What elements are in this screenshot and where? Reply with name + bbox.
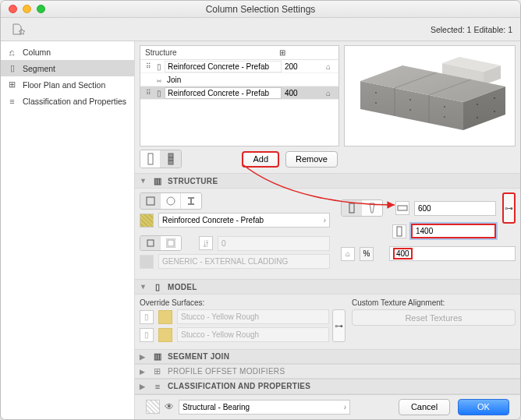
- window-controls: [1, 5, 45, 13]
- sidebar-item-segment[interactable]: ▯ Segment: [1, 60, 134, 76]
- profile-offset-header[interactable]: ▶ ⊞ PROFILE OFFSET MODIFIERS: [135, 364, 520, 379]
- surface2-field: Stucco - Yellow Rough: [177, 327, 329, 342]
- ok-button[interactable]: OK: [458, 399, 509, 415]
- home-icon[interactable]: ⌂: [321, 89, 336, 97]
- sidebar-item-classification[interactable]: ≡ Classification and Properties: [1, 93, 134, 109]
- col-extra[interactable]: ⊞: [279, 48, 318, 57]
- structure-header[interactable]: ▼ ▥ STRUCTURE: [135, 173, 520, 189]
- surface-swatch: [158, 310, 172, 324]
- structure-icon: ▥: [152, 176, 163, 186]
- sidebar-item-column[interactable]: ⎌ Column: [1, 44, 134, 60]
- preview-3d[interactable]: [344, 45, 516, 146]
- depth-field[interactable]: 1400: [411, 224, 496, 238]
- veneer-off-icon[interactable]: [161, 236, 181, 250]
- segment-join-icon: ▥: [152, 351, 163, 362]
- taper-toggle[interactable]: [341, 199, 383, 217]
- segment-join-header[interactable]: ▶ ▥ SEGMENT JOIN: [135, 349, 520, 364]
- cross-section-shape-toggle[interactable]: [140, 192, 202, 210]
- offset-icon[interactable]: ⭿: [199, 236, 213, 250]
- table-row[interactable]: ⠿ ▯ Reinforced Concrete - Prefab 200 ⌂: [140, 60, 338, 73]
- titlebar[interactable]: Column Selection Settings: [1, 1, 520, 18]
- node-icon: ▯: [154, 89, 165, 97]
- sidebar-item-floorplan[interactable]: ⊞ Floor Plan and Section: [1, 76, 134, 93]
- rect-shape-icon[interactable]: [140, 193, 161, 209]
- svg-rect-27: [168, 240, 174, 246]
- cancel-button[interactable]: Cancel: [399, 399, 450, 415]
- circle-shape-icon[interactable]: [161, 193, 181, 209]
- svg-point-11: [375, 102, 377, 104]
- svg-rect-20: [148, 154, 153, 164]
- profile-offset-icon: ⊞: [152, 366, 163, 376]
- model-header[interactable]: ▼ ▯ MODEL: [135, 279, 520, 295]
- chevron-right-icon: ›: [324, 216, 326, 224]
- tapered-icon[interactable]: [362, 200, 382, 216]
- classification-icon: ≡: [152, 382, 163, 391]
- override-surfaces-label: Override Surfaces:: [140, 298, 346, 307]
- remove-button[interactable]: Remove: [285, 151, 338, 168]
- segment-icon: ▯: [7, 63, 17, 73]
- svg-point-17: [477, 117, 478, 118]
- disclosure-right-icon: ▶: [140, 383, 147, 390]
- straight-icon[interactable]: [342, 200, 362, 216]
- sidebar-item-label: Floor Plan and Section: [23, 80, 105, 90]
- minimize-icon[interactable]: [23, 5, 31, 13]
- surface-swatch: [158, 328, 172, 342]
- svg-point-10: [375, 92, 377, 94]
- disclosure-down-icon: ▼: [140, 177, 147, 185]
- disclosure-right-icon: ▶: [140, 353, 147, 361]
- value-cell[interactable]: 200: [282, 62, 321, 71]
- classification-header[interactable]: ▶ ≡ CLASSIFICATION AND PROPERTIES: [135, 379, 520, 394]
- offset-field: 0: [218, 236, 330, 251]
- value-cell[interactable]: 400: [282, 89, 321, 97]
- percent-icon[interactable]: %: [360, 247, 374, 261]
- sidebar-item-label: Segment: [23, 64, 55, 73]
- window-title: Column Selection Settings: [1, 4, 520, 15]
- svg-point-18: [494, 97, 495, 99]
- add-button[interactable]: Add: [242, 151, 279, 168]
- custom-texture-label: Custom Texture Alignment:: [352, 298, 516, 307]
- svg-point-25: [167, 197, 175, 205]
- surface-top-icon[interactable]: ▯: [140, 310, 154, 324]
- link-dims-button[interactable]: ⊶: [502, 192, 516, 224]
- table-row[interactable]: ⠿ ▯ Reinforced Concrete - Prefab 400 ⌂: [140, 86, 338, 100]
- material-cell[interactable]: Reinforced Concrete - Prefab: [165, 87, 282, 99]
- veneer-on-icon[interactable]: [140, 236, 161, 250]
- uniform-segment-icon[interactable]: [140, 150, 161, 168]
- layer-swatch-icon[interactable]: [146, 400, 160, 414]
- table-row[interactable]: ⨝ Join: [140, 73, 338, 86]
- home-icon[interactable]: ⌂: [321, 62, 336, 71]
- eye-icon[interactable]: 👁: [165, 401, 174, 412]
- anchor-icon[interactable]: ⌂: [341, 247, 355, 261]
- disclosure-down-icon: ▼: [140, 283, 147, 291]
- structure-section: ▼ ▥ STRUCTURE: [135, 173, 520, 279]
- svg-rect-31: [397, 227, 402, 236]
- upper-panel: Structure ⊞ ⠿ ▯ Reinforced Concrete - Pr…: [135, 41, 520, 148]
- footer: 👁 Structural - Bearing › Cancel OK: [135, 394, 520, 419]
- svg-rect-24: [147, 197, 154, 205]
- segment-mode-toggle[interactable]: [140, 150, 182, 168]
- zoom-icon[interactable]: [37, 5, 45, 13]
- ibeam-shape-icon[interactable]: [181, 193, 201, 209]
- value3-field[interactable]: 400: [389, 246, 516, 261]
- material-dropdown[interactable]: Reinforced Concrete - Prefab ›: [158, 213, 330, 228]
- material-swatch-icon[interactable]: [140, 214, 154, 228]
- col-structure: Structure: [145, 48, 279, 57]
- svg-point-12: [409, 99, 411, 101]
- model-icon: ▯: [152, 282, 163, 292]
- surface-side-icon[interactable]: ▯: [140, 328, 154, 342]
- cladding-field: GENERIC - EXTERNAL CLADDING: [158, 254, 330, 269]
- toolbar: Selected: 1 Editable: 1: [1, 18, 520, 41]
- veneer-toggle[interactable]: [140, 235, 182, 251]
- material-cell[interactable]: Reinforced Concrete - Prefab: [165, 61, 282, 72]
- sidebar-item-label: Classification and Properties: [23, 97, 126, 106]
- row-handle-icon[interactable]: ⠿: [143, 62, 154, 70]
- layer-dropdown[interactable]: Structural - Bearing ›: [179, 400, 350, 415]
- link-surfaces-button[interactable]: ⊶: [332, 309, 346, 342]
- close-icon[interactable]: [9, 5, 17, 13]
- depth-icon: [392, 224, 406, 238]
- body: ⎌ Column ▯ Segment ⊞ Floor Plan and Sect…: [1, 41, 520, 419]
- row-handle-icon[interactable]: ⠿: [143, 89, 154, 97]
- favorites-icon[interactable]: [9, 21, 30, 38]
- multi-segment-icon[interactable]: [161, 150, 181, 168]
- width-field[interactable]: 600: [414, 201, 496, 216]
